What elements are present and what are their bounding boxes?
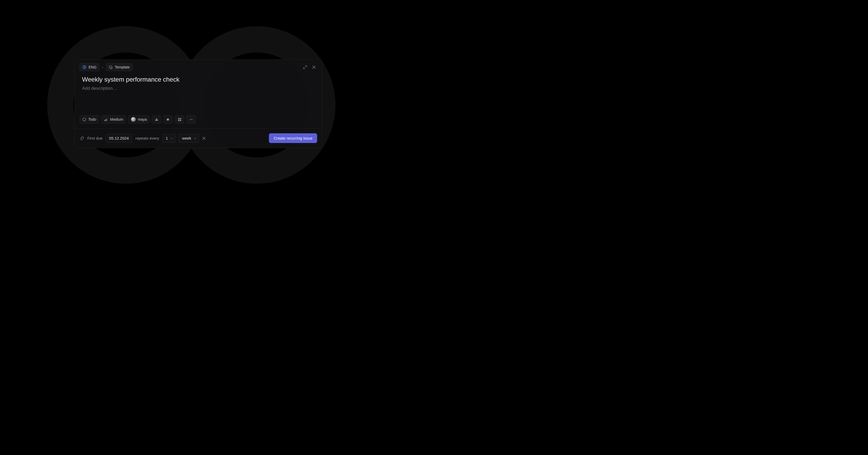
- warning-triangle-icon: [155, 118, 159, 121]
- close-button[interactable]: [311, 64, 317, 70]
- svg-point-16: [192, 119, 192, 120]
- project-chip[interactable]: ENG: [80, 63, 99, 71]
- svg-rect-5: [104, 120, 105, 121]
- svg-rect-8: [156, 119, 157, 120]
- template-icon: [109, 65, 113, 69]
- modal-header: ENG › Template: [75, 60, 322, 71]
- priority-chip[interactable]: Medium: [101, 115, 126, 123]
- first-due-label: First due: [87, 136, 102, 140]
- more-horizontal-icon: [189, 118, 193, 121]
- first-due-date-input[interactable]: 05.12.2024: [105, 134, 132, 143]
- close-icon: [202, 137, 206, 140]
- label-chip[interactable]: [152, 115, 161, 123]
- grid-icon: [178, 118, 182, 121]
- issue-title-input[interactable]: [82, 76, 314, 83]
- modal-footer: First due 05.12.2024 repeats every 1 wee…: [75, 128, 322, 148]
- assignee-label: maya: [138, 117, 147, 121]
- priority-label: Medium: [110, 117, 123, 121]
- project-chip-small[interactable]: [175, 115, 184, 123]
- submit-label: Create recurring issue: [274, 136, 312, 140]
- template-label: Template: [115, 65, 130, 69]
- status-chip[interactable]: Todo: [80, 115, 99, 123]
- close-icon: [312, 65, 316, 69]
- svg-rect-6: [105, 119, 106, 121]
- more-properties-button[interactable]: [186, 115, 196, 123]
- tag-chip[interactable]: [163, 115, 173, 123]
- issue-description-input[interactable]: [82, 86, 314, 91]
- repeat-unit-select[interactable]: week: [179, 134, 199, 143]
- svg-point-15: [191, 119, 191, 120]
- svg-point-4: [83, 118, 86, 121]
- priority-bars-icon: [104, 118, 108, 121]
- create-recurring-issue-button[interactable]: Create recurring issue: [269, 133, 317, 143]
- globe-icon: [82, 65, 87, 69]
- tag-icon: [166, 118, 170, 121]
- svg-point-14: [190, 119, 190, 120]
- svg-rect-13: [180, 120, 181, 121]
- svg-rect-9: [156, 120, 157, 120]
- repeats-label: repeats every: [135, 136, 159, 140]
- svg-rect-10: [178, 118, 180, 119]
- avatar: [131, 117, 136, 122]
- modal-body: [75, 71, 322, 97]
- svg-rect-3: [109, 65, 112, 68]
- status-label: Todo: [88, 117, 96, 121]
- svg-rect-12: [178, 120, 180, 121]
- repeat-unit-value: week: [182, 136, 191, 140]
- expand-button[interactable]: [302, 64, 308, 70]
- assignee-chip[interactable]: maya: [128, 115, 150, 123]
- attachment-button[interactable]: [80, 136, 84, 141]
- repeat-count-select[interactable]: 1: [162, 134, 175, 143]
- status-circle-icon: [82, 118, 86, 121]
- first-due-value: 05.12.2024: [109, 136, 129, 140]
- create-issue-modal: ENG › Template: [74, 59, 322, 148]
- template-chip[interactable]: Template: [106, 63, 133, 71]
- properties-row: Todo Medium maya: [75, 97, 322, 128]
- breadcrumb-separator: ›: [102, 65, 103, 69]
- svg-rect-11: [180, 118, 181, 119]
- svg-rect-7: [107, 118, 108, 121]
- expand-icon: [303, 65, 307, 69]
- paperclip-icon: [80, 136, 84, 141]
- repeat-count-value: 1: [166, 136, 168, 140]
- project-label: ENG: [89, 65, 96, 69]
- clear-recurrence-button[interactable]: [202, 137, 206, 140]
